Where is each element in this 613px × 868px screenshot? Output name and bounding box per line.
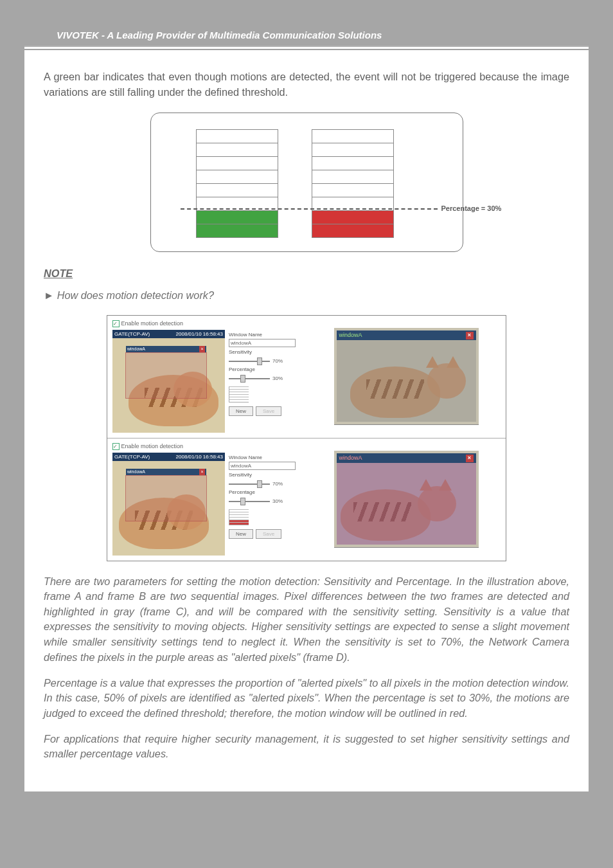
header-title: VIVOTEK - A Leading Provider of Multimed… <box>57 30 382 41</box>
percentage-slider[interactable] <box>229 378 270 379</box>
video-title-right: 2008/01/10 16:58:43 <box>176 453 223 461</box>
percentage-label: Percentage = 30% <box>441 204 502 214</box>
percentage-value-ctrl: 30% <box>272 375 283 383</box>
new-button[interactable]: New <box>229 406 253 417</box>
intro-paragraph: A green bar indicates that even though m… <box>44 69 569 100</box>
page-content: A green bar indicates that even though m… <box>24 69 589 791</box>
enable-label: Enable motion detection <box>121 443 184 449</box>
zoom-preview-gray: windowA × <box>334 328 479 425</box>
md-right-2: windowA × <box>306 439 506 561</box>
percentage-label-ctrl: Percentage <box>229 489 296 496</box>
enable-label: Enable motion detection <box>121 320 184 327</box>
percentage-label-ctrl: Percentage <box>229 366 296 374</box>
video-title-left: GATE(TCP-AV) <box>114 330 150 338</box>
note-question-text: How does motion detection work? <box>57 289 214 301</box>
zoom-preview-purple: windowA × <box>334 451 479 548</box>
page-footer: 46 - User's Manual <box>0 856 613 868</box>
close-icon[interactable]: × <box>466 455 474 462</box>
region-close-icon[interactable]: × <box>199 346 205 352</box>
zoom-title-gray: windowA × <box>337 330 476 340</box>
motion-region[interactable]: windowA × <box>125 352 207 399</box>
motion-detection-figure: Enable motion detection GATE(TCP-AV) 200… <box>107 315 506 561</box>
controls-2: Window Name windowA Sensitivity 70% Perc… <box>229 453 296 556</box>
sensitivity-label: Sensitivity <box>229 471 296 479</box>
window-name-label: Window Name <box>229 331 296 339</box>
motion-region[interactable]: windowA × <box>125 475 207 521</box>
percentage-value-ctrl: 30% <box>272 498 283 505</box>
percentage-slider[interactable] <box>229 501 270 502</box>
header-rule <box>24 49 589 50</box>
mini-indicator <box>229 386 249 402</box>
green-bar-stack <box>196 129 278 237</box>
enable-checkbox[interactable] <box>112 320 120 327</box>
sensitivity-value: 70% <box>272 480 283 488</box>
explain-para-3: For applications that require higher sec… <box>44 732 569 762</box>
threshold-line <box>181 208 438 210</box>
explain-para-1: There are two parameters for setting the… <box>44 574 569 665</box>
sensitivity-slider[interactable] <box>229 361 270 362</box>
sensitivity-label: Sensitivity <box>229 348 296 356</box>
save-button[interactable]: Save <box>256 529 281 539</box>
explain-para-2: Percentage is a value that expresses the… <box>44 676 569 721</box>
sensitivity-slider[interactable] <box>229 484 270 485</box>
video-title-left: GATE(TCP-AV) <box>114 453 150 461</box>
mini-indicator <box>229 509 249 525</box>
triangle-icon: ► <box>44 289 54 301</box>
video-preview-1: GATE(TCP-AV) 2008/01/10 16:58:43 windowA… <box>112 330 225 433</box>
new-button[interactable]: New <box>229 529 253 539</box>
percentage-bars-figure: Percentage = 30% <box>150 113 463 252</box>
region-label: windowA <box>127 469 145 475</box>
zoom-title-red: windowA × <box>337 453 476 463</box>
window-name-label: Window Name <box>229 454 296 462</box>
window-name-input[interactable]: windowA <box>229 462 296 470</box>
page-header: VIVOTEK - A Leading Provider of Multimed… <box>24 24 589 47</box>
save-button[interactable]: Save <box>256 406 281 417</box>
zoom-title-text: windowA <box>339 331 362 339</box>
video-title-right: 2008/01/10 16:58:43 <box>176 330 223 338</box>
zoom-title-text: windowA <box>339 454 362 462</box>
md-row-2: Enable motion detection GATE(TCP-AV) 200… <box>107 439 506 561</box>
controls-1: Window Name windowA Sensitivity 70% Perc… <box>229 330 296 433</box>
window-name-input[interactable]: windowA <box>229 339 296 347</box>
gray-overlay <box>337 339 476 422</box>
video-preview-2: GATE(TCP-AV) 2008/01/10 16:58:43 windowA… <box>112 453 225 556</box>
region-close-icon[interactable]: × <box>199 469 205 475</box>
red-bar-stack <box>312 129 394 237</box>
region-label: windowA <box>127 346 145 352</box>
note-question-row: ► How does motion detection work? <box>44 288 569 303</box>
close-icon[interactable]: × <box>466 332 474 339</box>
md-right-1: windowA × <box>306 316 506 438</box>
md-left-2: Enable motion detection GATE(TCP-AV) 200… <box>107 439 306 561</box>
md-row-1: Enable motion detection GATE(TCP-AV) 200… <box>107 316 506 439</box>
note-heading: NOTE <box>44 266 569 282</box>
enable-checkbox[interactable] <box>112 443 120 450</box>
sensitivity-value: 70% <box>272 357 283 365</box>
purple-overlay <box>337 462 476 545</box>
md-left-1: Enable motion detection GATE(TCP-AV) 200… <box>107 316 306 438</box>
page: VIVOTEK - A Leading Provider of Multimed… <box>24 24 589 791</box>
